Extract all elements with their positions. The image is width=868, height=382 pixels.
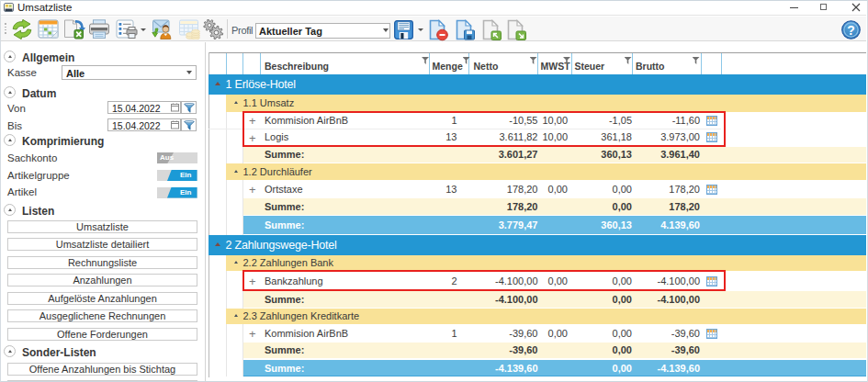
- svg-text:?: ?: [847, 22, 855, 37]
